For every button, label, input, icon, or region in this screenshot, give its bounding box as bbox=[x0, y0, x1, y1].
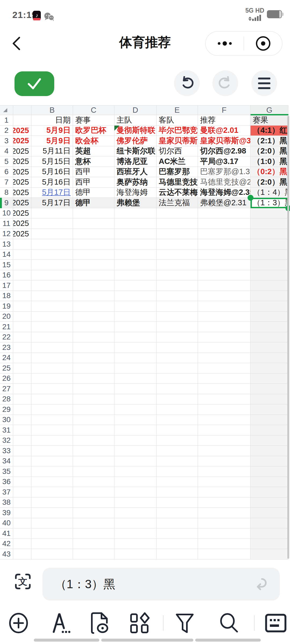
cell-G12[interactable] bbox=[251, 229, 288, 239]
cell-E29[interactable] bbox=[157, 404, 198, 415]
cell-B13[interactable] bbox=[31, 239, 73, 250]
cell-G13[interactable] bbox=[251, 239, 288, 250]
cell-C11[interactable] bbox=[73, 218, 114, 229]
cell-D19[interactable] bbox=[114, 301, 157, 312]
row-header-23[interactable]: 23 bbox=[0, 342, 13, 353]
cell-E23[interactable] bbox=[157, 342, 198, 353]
row-header-6[interactable]: 6 bbox=[0, 167, 13, 177]
cell-D24[interactable] bbox=[114, 353, 157, 363]
cell-E36[interactable] bbox=[157, 477, 198, 487]
cell-C1[interactable]: 赛事 bbox=[73, 115, 114, 126]
cell-D11[interactable] bbox=[114, 218, 157, 229]
row-header-14[interactable]: 14 bbox=[0, 250, 13, 260]
cell-C24[interactable] bbox=[73, 353, 114, 363]
cell-B8[interactable]: 5月17日 bbox=[31, 188, 73, 198]
cell-A1[interactable] bbox=[13, 115, 31, 126]
cell-A19[interactable] bbox=[13, 301, 31, 312]
cell-C23[interactable] bbox=[73, 342, 114, 353]
cell-F37[interactable] bbox=[198, 487, 251, 497]
cell-F21[interactable] bbox=[198, 322, 251, 332]
cell-D42[interactable] bbox=[114, 539, 157, 549]
cell-C22[interactable] bbox=[73, 332, 114, 343]
keyboard-button[interactable] bbox=[262, 610, 290, 636]
cell-D4[interactable]: 纽卡斯尔联 bbox=[114, 146, 157, 157]
cell-G4[interactable]: （2:0）黑 bbox=[251, 146, 288, 157]
cell-B42[interactable] bbox=[31, 539, 73, 549]
cell-B7[interactable]: 5月16日 bbox=[31, 177, 73, 188]
cell-B19[interactable] bbox=[31, 301, 73, 312]
cell-A3[interactable]: 2025 bbox=[13, 136, 31, 146]
cell-C35[interactable] bbox=[73, 466, 114, 477]
cell-A6[interactable]: 2025 bbox=[13, 167, 31, 177]
cell-C7[interactable]: 西甲 bbox=[73, 177, 114, 188]
row-header-10[interactable]: 10 bbox=[0, 208, 13, 219]
row-header-29[interactable]: 29 bbox=[0, 404, 13, 415]
cell-edit-input[interactable]: （1：3）黑 bbox=[42, 568, 280, 601]
cell-B6[interactable]: 5月16日 bbox=[31, 167, 73, 177]
cell-B1[interactable]: 日期 bbox=[31, 115, 73, 126]
cell-C4[interactable]: 英超 bbox=[73, 146, 114, 157]
cell-E42[interactable] bbox=[157, 539, 198, 549]
cell-C42[interactable] bbox=[73, 539, 114, 549]
cell-B14[interactable] bbox=[31, 250, 73, 260]
search-button[interactable] bbox=[215, 610, 244, 636]
cell-E20[interactable] bbox=[157, 312, 198, 322]
cell-D7[interactable]: 奥萨苏纳 bbox=[114, 177, 157, 188]
column-header-A[interactable] bbox=[13, 105, 31, 115]
cell-D1[interactable]: 主队 bbox=[114, 115, 157, 126]
cell-F16[interactable] bbox=[198, 270, 251, 281]
cell-E27[interactable] bbox=[157, 384, 198, 394]
cell-E5[interactable]: AC米兰 bbox=[157, 156, 198, 167]
cell-F17[interactable] bbox=[198, 280, 251, 291]
cell-D36[interactable] bbox=[114, 477, 157, 487]
cell-A34[interactable] bbox=[13, 456, 31, 467]
cell-F6[interactable]: 巴塞罗那@1.37 bbox=[198, 167, 251, 177]
cell-G8[interactable]: （1：4）黑 bbox=[251, 188, 288, 198]
cell-E6[interactable]: 巴塞罗那 bbox=[157, 167, 198, 177]
cell-E26[interactable] bbox=[157, 374, 198, 384]
row-header-22[interactable]: 22 bbox=[0, 332, 13, 343]
cell-B27[interactable] bbox=[31, 384, 73, 394]
cell-E14[interactable] bbox=[157, 250, 198, 260]
row-header-11[interactable]: 11 bbox=[0, 218, 13, 229]
cell-G35[interactable] bbox=[251, 466, 288, 477]
cell-E13[interactable] bbox=[157, 239, 198, 250]
cell-F43[interactable] bbox=[198, 549, 251, 559]
insert-button[interactable] bbox=[4, 610, 33, 636]
cell-G41[interactable] bbox=[251, 528, 288, 539]
cell-D28[interactable] bbox=[114, 394, 157, 405]
cell-A22[interactable] bbox=[13, 332, 31, 343]
cell-A36[interactable] bbox=[13, 477, 31, 487]
cell-E16[interactable] bbox=[157, 270, 198, 281]
cell-C40[interactable] bbox=[73, 518, 114, 529]
row-header-33[interactable]: 33 bbox=[0, 446, 13, 456]
row-header-40[interactable]: 40 bbox=[0, 518, 13, 529]
cell-C29[interactable] bbox=[73, 404, 114, 415]
row-header-28[interactable]: 28 bbox=[0, 394, 13, 405]
cell-E3[interactable]: 皇家贝蒂斯 bbox=[157, 136, 198, 146]
cell-G29[interactable] bbox=[251, 404, 288, 415]
cell-E15[interactable] bbox=[157, 260, 198, 270]
cell-F29[interactable] bbox=[198, 404, 251, 415]
row-header-2[interactable]: 2 bbox=[0, 126, 13, 136]
cell-B26[interactable] bbox=[31, 374, 73, 384]
row-header-3[interactable]: 3 bbox=[0, 136, 13, 146]
row-header-13[interactable]: 13 bbox=[0, 239, 13, 250]
cell-A12[interactable]: 2025 bbox=[13, 229, 31, 239]
cell-A23[interactable] bbox=[13, 342, 31, 353]
cell-D2[interactable]: 曼彻斯特联 bbox=[114, 126, 157, 136]
cell-G21[interactable] bbox=[251, 322, 288, 332]
cell-F22[interactable] bbox=[198, 332, 251, 343]
cell-C41[interactable] bbox=[73, 528, 114, 539]
filter-button[interactable] bbox=[171, 610, 199, 636]
cell-B5[interactable]: 5月15日 bbox=[31, 156, 73, 167]
cell-A33[interactable] bbox=[13, 446, 31, 456]
cell-D39[interactable] bbox=[114, 508, 157, 518]
cell-D16[interactable] bbox=[114, 270, 157, 281]
cell-F3[interactable]: 皇家贝蒂斯@3.13 bbox=[198, 136, 251, 146]
cell-F12[interactable] bbox=[198, 229, 251, 239]
row-header-36[interactable]: 36 bbox=[0, 477, 13, 487]
cell-B39[interactable] bbox=[31, 508, 73, 518]
cell-F26[interactable] bbox=[198, 374, 251, 384]
cell-G14[interactable] bbox=[251, 250, 288, 260]
